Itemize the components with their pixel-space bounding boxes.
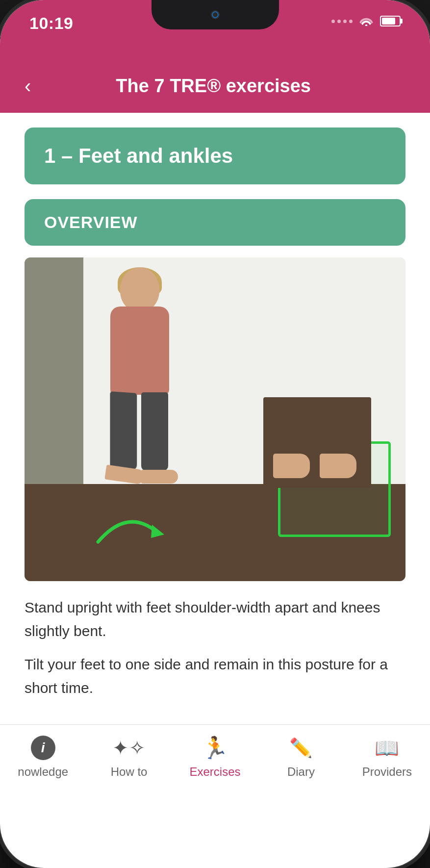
green-arrow-icon: [88, 503, 167, 552]
status-time: 10:19: [29, 14, 73, 33]
nav-label-knowledge: nowledge: [18, 765, 68, 779]
camera-notch: [211, 10, 220, 19]
book-icon: 📖: [375, 737, 399, 760]
person-left-leg: [110, 391, 137, 472]
nav-item-knowledge[interactable]: i nowledge: [0, 735, 86, 779]
description-paragraph-2: Tilt your feet to one side and remain in…: [25, 653, 405, 700]
howto-icon-container: ✦✧: [116, 735, 142, 761]
exercise-title: 1 – Feet and ankles: [44, 144, 233, 167]
nav-label-providers: Providers: [362, 765, 412, 779]
notch: [152, 0, 279, 29]
bottom-navigation: i nowledge ✦✧ How to 🏃 Exercises ✏️: [0, 724, 430, 803]
header-title: The 7 TRE® exercises: [41, 76, 386, 97]
signal-dots-icon: [331, 20, 353, 23]
feet-closeup: [263, 397, 371, 488]
providers-icon-container: 📖: [374, 735, 400, 761]
diary-icon-container: ✏️: [288, 735, 314, 761]
closeup-foot-right: [320, 454, 356, 478]
back-button[interactable]: ‹: [25, 76, 31, 96]
nav-label-exercises: Exercises: [190, 765, 241, 779]
exercises-icon-container: 🏃: [202, 735, 228, 761]
content-area: 1 – Feet and ankles OVERVIEW: [0, 113, 430, 724]
person-right-foot: [141, 470, 178, 484]
person-head: [120, 267, 159, 311]
phone-screen: 10:19 ‹ The 7 TRE®: [0, 0, 430, 868]
nav-item-howto[interactable]: ✦✧ How to: [86, 735, 172, 779]
nav-label-howto: How to: [111, 765, 148, 779]
person-body: [110, 306, 169, 395]
description-paragraph-1: Stand upright with feet shoulder-width a…: [25, 596, 405, 643]
svg-point-0: [365, 25, 368, 26]
overview-card: OVERVIEW: [25, 199, 405, 246]
person-figure: [88, 267, 196, 512]
feet-highlight-box: [278, 441, 391, 537]
person-nav-icon: 🏃: [202, 735, 228, 761]
header-bar: ‹ The 7 TRE® exercises: [0, 59, 430, 113]
overview-label: OVERVIEW: [44, 213, 138, 231]
knowledge-icon: i: [30, 735, 56, 761]
info-circle-icon: i: [31, 736, 55, 760]
person-left-foot: [104, 465, 145, 485]
status-bar: 10:19: [0, 0, 430, 59]
nav-item-providers[interactable]: 📖 Providers: [344, 735, 430, 779]
pencil-icon: ✏️: [289, 737, 312, 759]
closeup-foot-left: [273, 454, 310, 478]
svg-marker-1: [151, 525, 164, 538]
nav-item-diary[interactable]: ✏️ Diary: [258, 735, 344, 779]
phone-frame: 10:19 ‹ The 7 TRE®: [0, 0, 430, 868]
wifi-icon: [359, 16, 373, 26]
sparkles-icon: ✦✧: [112, 737, 146, 759]
battery-icon: [380, 16, 401, 26]
exercise-image: [25, 257, 405, 581]
exercise-title-card: 1 – Feet and ankles: [25, 128, 405, 184]
status-icons: [331, 14, 401, 26]
nav-item-exercises[interactable]: 🏃 Exercises: [172, 735, 258, 779]
exercise-photo: [25, 257, 405, 581]
nav-label-diary: Diary: [287, 765, 315, 779]
person-right-leg: [141, 392, 168, 471]
